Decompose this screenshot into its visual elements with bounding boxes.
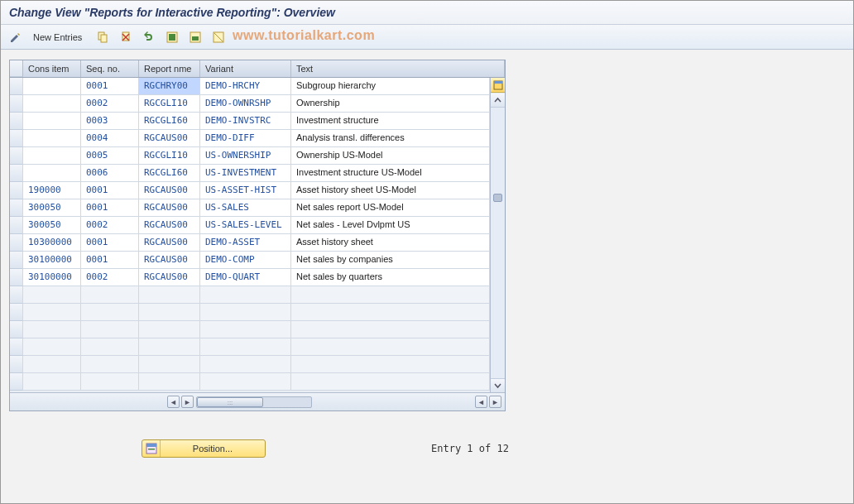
cell-variant[interactable]: US-SALES: [200, 199, 291, 217]
cell-text[interactable]: [291, 338, 490, 356]
cell-cons-item[interactable]: [23, 165, 81, 182]
cell-report-name[interactable]: RGCAUS00: [139, 130, 200, 147]
cell-seq-no[interactable]: 0001: [81, 252, 139, 269]
cell-variant[interactable]: [200, 338, 291, 356]
cell-variant[interactable]: US-ASSET-HIST: [200, 182, 291, 199]
cell-text[interactable]: Analysis transl. differences: [291, 130, 490, 147]
hscroll-right-button[interactable]: ►: [181, 396, 194, 408]
cell-cons-item[interactable]: 300050: [23, 199, 81, 217]
row-selector[interactable]: [10, 199, 23, 217]
cell-seq-no[interactable]: 0006: [81, 165, 139, 182]
row-selector[interactable]: [10, 130, 23, 147]
cell-cons-item[interactable]: 10300000: [23, 234, 81, 252]
cell-cons-item[interactable]: [23, 321, 81, 338]
cell-seq-no[interactable]: 0001: [81, 182, 139, 199]
cell-report-name[interactable]: RGCAUS00: [139, 199, 200, 217]
cell-text[interactable]: Investment structure US-Model: [291, 165, 490, 182]
hscroll-right-button-2[interactable]: ►: [489, 396, 501, 408]
cell-report-name[interactable]: RGCGLI10: [139, 95, 200, 113]
cell-seq-no[interactable]: [81, 373, 139, 391]
cell-variant[interactable]: US-SALES-LEVEL: [200, 217, 291, 234]
cell-cons-item[interactable]: [23, 130, 81, 147]
cell-cons-item[interactable]: [23, 356, 81, 373]
row-selector[interactable]: [10, 304, 23, 321]
select-block-button[interactable]: [185, 28, 205, 46]
cell-report-name[interactable]: [139, 304, 200, 321]
col-seq-no[interactable]: Seq. no.: [81, 60, 139, 77]
cell-cons-item[interactable]: [23, 147, 81, 165]
cell-seq-no[interactable]: [81, 356, 139, 373]
row-selector[interactable]: [10, 321, 23, 338]
new-entries-button[interactable]: New Entries: [29, 28, 89, 46]
row-selector[interactable]: [10, 95, 23, 113]
cell-variant[interactable]: [200, 321, 291, 338]
cell-seq-no[interactable]: 0001: [81, 199, 139, 217]
cell-variant[interactable]: DEMO-DIFF: [200, 130, 291, 147]
row-selector[interactable]: [10, 338, 23, 356]
cell-seq-no[interactable]: [81, 321, 139, 338]
hscroll-left-button[interactable]: ◄: [167, 396, 180, 408]
cell-text[interactable]: Net sales report US-Model: [291, 199, 490, 217]
cell-seq-no[interactable]: 0002: [81, 95, 139, 113]
cell-seq-no[interactable]: 0001: [81, 78, 139, 95]
cell-text[interactable]: Investment structure: [291, 113, 490, 130]
cell-report-name[interactable]: RGCAUS00: [139, 252, 200, 269]
cell-cons-item[interactable]: [23, 78, 81, 95]
row-selector[interactable]: [10, 217, 23, 234]
copy-button[interactable]: [93, 28, 113, 46]
cell-cons-item[interactable]: [23, 304, 81, 321]
undo-button[interactable]: [139, 28, 159, 46]
cell-variant[interactable]: [200, 356, 291, 373]
cell-variant[interactable]: DEMO-QUART: [200, 269, 291, 286]
row-selector[interactable]: [10, 356, 23, 373]
cell-variant[interactable]: US-OWNERSHIP: [200, 147, 291, 165]
cell-report-name[interactable]: RGCAUS00: [139, 182, 200, 199]
cell-text[interactable]: Subgroup hierarchy: [291, 78, 490, 95]
row-selector[interactable]: [10, 269, 23, 286]
cell-seq-no[interactable]: [81, 338, 139, 356]
cell-cons-item[interactable]: [23, 286, 81, 304]
cell-seq-no[interactable]: 0005: [81, 147, 139, 165]
cell-seq-no[interactable]: 0002: [81, 217, 139, 234]
scroll-down-button[interactable]: [491, 378, 505, 392]
cell-variant[interactable]: [200, 373, 291, 391]
cell-report-name[interactable]: [139, 338, 200, 356]
cell-text[interactable]: Asset history sheet US-Model: [291, 182, 490, 199]
cell-text[interactable]: Ownership US-Model: [291, 147, 490, 165]
position-button[interactable]: Position...: [142, 439, 266, 458]
cell-variant[interactable]: DEMO-INVSTRC: [200, 113, 291, 130]
cell-text[interactable]: Net sales by quarters: [291, 269, 490, 286]
cell-text[interactable]: [291, 304, 490, 321]
cell-cons-item[interactable]: 30100000: [23, 252, 81, 269]
scroll-up-button[interactable]: [491, 94, 505, 108]
cell-text[interactable]: [291, 373, 490, 391]
cell-report-name[interactable]: [139, 286, 200, 304]
cell-cons-item[interactable]: [23, 95, 81, 113]
toggle-display-button[interactable]: [6, 28, 26, 46]
cell-report-name[interactable]: RGCGLI10: [139, 147, 200, 165]
cell-text[interactable]: [291, 356, 490, 373]
row-selector[interactable]: [10, 234, 23, 252]
cell-variant[interactable]: [200, 304, 291, 321]
hscroll-thumb[interactable]: :::: [197, 397, 263, 407]
cell-cons-item[interactable]: [23, 113, 81, 130]
cell-cons-item[interactable]: 30100000: [23, 269, 81, 286]
col-cons-item[interactable]: Cons item: [23, 60, 81, 77]
table-settings-button[interactable]: [491, 78, 505, 93]
cell-cons-item[interactable]: [23, 373, 81, 391]
cell-cons-item[interactable]: 190000: [23, 182, 81, 199]
cell-text[interactable]: Net sales by companies: [291, 252, 490, 269]
delete-button[interactable]: [116, 28, 136, 46]
cell-variant[interactable]: US-INVESTMENT: [200, 165, 291, 182]
cell-report-name[interactable]: [139, 373, 200, 391]
cell-text[interactable]: [291, 286, 490, 304]
cell-variant[interactable]: DEMO-HRCHY: [200, 78, 291, 95]
row-selector[interactable]: [10, 147, 23, 165]
cell-variant[interactable]: DEMO-ASSET: [200, 234, 291, 252]
select-all-button[interactable]: [162, 28, 182, 46]
col-report[interactable]: Report nme: [139, 60, 200, 77]
row-selector[interactable]: [10, 182, 23, 199]
col-text[interactable]: Text: [291, 60, 505, 77]
row-selector[interactable]: [10, 252, 23, 269]
cell-report-name[interactable]: [139, 356, 200, 373]
